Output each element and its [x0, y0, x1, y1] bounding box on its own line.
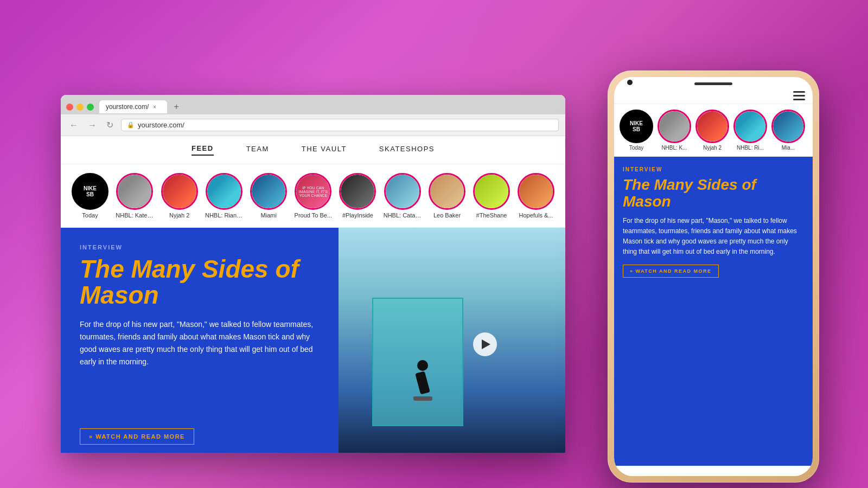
- nav-team[interactable]: TEAM: [246, 145, 269, 155]
- phone-screen: NIKESB Today NHBL: K...: [614, 77, 813, 476]
- story-label-today: Today: [82, 212, 98, 219]
- hero-section: INTERVIEW The Many Sides of Mason For th…: [61, 228, 565, 453]
- story-circle-hopefuls: [518, 173, 554, 210]
- new-tab-button[interactable]: +: [170, 100, 183, 113]
- hero-cta-button[interactable]: » WATCH AND READ MORE: [80, 428, 194, 445]
- hero-description: For the drop of his new part, "Mason," w…: [80, 318, 318, 368]
- ssl-lock-icon: 🔒: [127, 121, 135, 129]
- phone-outer-shell: NIKESB Today NHBL: K...: [608, 70, 819, 483]
- story-photo-kate: [118, 175, 151, 208]
- story-label-playinside: #PlayInside: [342, 212, 373, 219]
- story-photo-miami: [252, 175, 285, 208]
- back-button[interactable]: ←: [67, 119, 80, 131]
- play-button[interactable]: [473, 332, 497, 356]
- story-circles: NIKESB Today NHBL: Kate S. Nyjah 2: [61, 164, 565, 228]
- browser-chrome: yourstore.com/ × + ← → ↻ 🔒 yourstore.com…: [61, 95, 565, 136]
- story-circle-rianne: [206, 173, 242, 210]
- story-label-miami: Miami: [261, 212, 277, 219]
- story-item-rianne[interactable]: NHBL: Rianne: [206, 173, 243, 219]
- phone-notch: [614, 77, 813, 88]
- story-circle-playinside: [339, 173, 376, 210]
- story-item-cata[interactable]: NHBL: Cata ...: [384, 173, 421, 219]
- hero-category: INTERVIEW: [80, 244, 320, 251]
- hamburger-menu-button[interactable]: [793, 91, 805, 100]
- window-controls: [66, 104, 94, 111]
- tab-close-icon[interactable]: ×: [153, 104, 156, 110]
- story-item-nyjah[interactable]: Nyjah 2: [161, 173, 198, 219]
- phone-story-circles: NIKESB Today NHBL: K...: [614, 104, 813, 157]
- hamburger-line-1: [793, 91, 805, 93]
- nav-vault[interactable]: THE VAULT: [302, 145, 347, 155]
- story-item-leo[interactable]: Leo Baker: [429, 173, 465, 219]
- phone-story-nyjah[interactable]: Nyjah 2: [695, 110, 729, 151]
- story-circle-shane: [473, 173, 510, 210]
- story-photo-nyjah: [163, 175, 196, 208]
- browser-tab[interactable]: yourstore.com/ ×: [99, 100, 167, 113]
- phone-circle-kate: [658, 110, 691, 143]
- phone-story-miami[interactable]: Mia...: [771, 110, 805, 151]
- story-photo-hopefuls: [519, 175, 553, 208]
- story-label-cata: NHBL: Cata ...: [384, 212, 422, 219]
- story-photo-playinside: [341, 175, 374, 208]
- maximize-button[interactable]: [87, 104, 94, 111]
- story-circle-nyjah: [161, 173, 198, 210]
- story-item-kate[interactable]: NHBL: Kate S.: [116, 173, 154, 219]
- phone-photo-miami: [773, 111, 803, 142]
- browser-tab-bar: yourstore.com/ × +: [61, 95, 565, 114]
- story-item-hopefuls[interactable]: Hopefuls &...: [518, 173, 554, 219]
- site-nav: FEED TEAM THE VAULT SKATESHOPS: [61, 136, 565, 164]
- story-label-shane: #TheShane: [476, 212, 507, 219]
- story-circle-kate: [116, 173, 153, 210]
- hamburger-line-2: [793, 95, 805, 97]
- story-label-proud: Proud To Be...: [295, 212, 333, 219]
- story-photo-proud: IF YOU CAN IMAGINE IT, IT'S YOUR CHANCE: [296, 175, 330, 208]
- url-text: yourstore.com/: [138, 121, 184, 129]
- story-photo-shane: [475, 175, 508, 208]
- story-circle-today: NIKESB: [72, 173, 108, 210]
- phone-content: NIKESB Today NHBL: K...: [614, 77, 813, 476]
- hero-left-panel: INTERVIEW The Many Sides of Mason For th…: [61, 228, 339, 453]
- story-label-rianne: NHBL: Rianne: [205, 212, 243, 219]
- story-item-miami[interactable]: Miami: [250, 173, 287, 219]
- hero-right-panel: [339, 228, 566, 453]
- phone-story-rianne[interactable]: NHBL: Ri...: [733, 110, 767, 151]
- story-item-today[interactable]: NIKESB Today: [72, 173, 108, 219]
- website-content: FEED TEAM THE VAULT SKATESHOPS NIKESB To…: [61, 136, 565, 453]
- story-circle-leo: [429, 173, 465, 210]
- tab-title: yourstore.com/: [106, 103, 149, 111]
- story-label-kate: NHBL: Kate S.: [116, 212, 154, 219]
- minimize-button[interactable]: [76, 104, 84, 111]
- story-label-nyjah: Nyjah 2: [169, 212, 189, 219]
- hero-title: The Many Sides of Mason: [80, 256, 320, 309]
- story-item-proud[interactable]: IF YOU CAN IMAGINE IT, IT'S YOUR CHANCE …: [295, 173, 331, 219]
- story-photo-leo: [430, 175, 464, 208]
- refresh-button[interactable]: ↻: [104, 119, 116, 131]
- phone-circle-today: NIKESB: [620, 110, 653, 143]
- phone-label-today: Today: [629, 145, 644, 151]
- address-bar[interactable]: 🔒 yourstore.com/: [121, 119, 559, 131]
- phone-hero-description: For the drop of his new part, "Mason," w…: [623, 216, 804, 258]
- forward-button[interactable]: →: [86, 119, 99, 131]
- phone-label-miami: Mia...: [782, 145, 795, 151]
- phone-hero-title: The Many Sides of Mason: [623, 177, 804, 210]
- phone-camera: [627, 80, 633, 85]
- phone-story-today[interactable]: NIKESB Today: [620, 110, 653, 151]
- phone-photo-rianne: [735, 111, 765, 142]
- story-item-shane[interactable]: #TheShane: [473, 173, 510, 219]
- nav-feed[interactable]: FEED: [192, 144, 214, 156]
- phone-hero-cta[interactable]: » WATCH AND READ MORE: [623, 265, 719, 278]
- story-circle-proud: IF YOU CAN IMAGINE IT, IT'S YOUR CHANCE: [295, 173, 331, 210]
- phone-story-kate[interactable]: NHBL: K...: [658, 110, 691, 151]
- phone-header: [614, 88, 813, 104]
- close-button[interactable]: [66, 104, 73, 111]
- story-label-hopefuls: Hopefuls &...: [519, 212, 553, 219]
- story-circle-cata: [384, 173, 421, 210]
- phone-speaker: [694, 82, 732, 85]
- hamburger-line-3: [793, 99, 805, 100]
- story-item-playinside[interactable]: #PlayInside: [339, 173, 376, 219]
- phone-nike-logo: NIKESB: [630, 120, 643, 132]
- phone-hero-section: INTERVIEW The Many Sides of Mason For th…: [614, 157, 813, 466]
- story-photo-rianne: [207, 175, 241, 208]
- nav-skateshops[interactable]: SKATESHOPS: [379, 145, 435, 155]
- nike-sb-logo: NIKESB: [84, 185, 97, 197]
